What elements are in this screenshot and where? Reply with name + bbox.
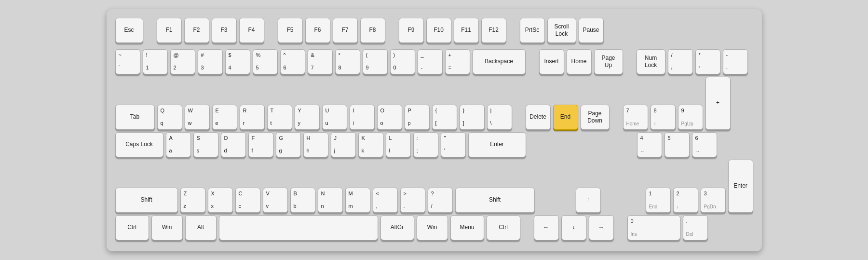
key-8[interactable]: * 8 <box>335 49 360 74</box>
key-numpad-5[interactable]: 5 <box>665 132 690 157</box>
key-w[interactable]: W w <box>185 105 210 130</box>
key-numpad-4[interactable]: 4 ← <box>637 132 662 157</box>
key-m[interactable]: M m <box>345 188 370 213</box>
key-k[interactable]: K k <box>358 132 383 157</box>
key-j[interactable]: J j <box>331 132 356 157</box>
key-u[interactable]: U u <box>322 105 347 130</box>
key-f3[interactable]: F3 <box>212 18 237 43</box>
key-h[interactable]: H h <box>303 132 328 157</box>
key-lbracket[interactable]: { [ <box>432 105 457 130</box>
key-altgr[interactable]: AltGr <box>380 215 414 240</box>
key-win-left[interactable]: Win <box>151 215 183 240</box>
key-x[interactable]: X x <box>208 188 233 213</box>
key-p[interactable]: P p <box>405 105 430 130</box>
key-esc[interactable]: Esc <box>115 18 143 43</box>
key-o[interactable]: O o <box>377 105 402 130</box>
key-menu[interactable]: Menu <box>450 215 484 240</box>
key-shift-right[interactable]: Shift <box>455 188 535 213</box>
key-s[interactable]: S s <box>193 132 218 157</box>
key-numpad-8[interactable]: 8 ↑ <box>651 105 676 130</box>
key-6[interactable]: ^ 6 <box>280 49 305 74</box>
key-c[interactable]: C c <box>235 188 260 213</box>
key-home[interactable]: Home <box>567 49 592 74</box>
key-arrow-up[interactable]: ↑ <box>576 188 601 213</box>
key-numpad-6[interactable]: 6 → <box>692 132 717 157</box>
key-delete[interactable]: Delete <box>526 105 551 130</box>
key-i[interactable]: I i <box>350 105 375 130</box>
key-e[interactable]: E e <box>212 105 237 130</box>
key-numpad-2[interactable]: 2 ↓ <box>673 188 698 213</box>
key-enter[interactable]: Enter <box>468 132 526 157</box>
key-scrolllock[interactable]: ScrollLock <box>547 18 576 43</box>
key-numpad-0[interactable]: 0 Ins <box>627 215 680 240</box>
key-4[interactable]: $ 4 <box>225 49 250 74</box>
key-semicolon[interactable]: : ; <box>413 132 438 157</box>
key-equals[interactable]: + = <box>445 49 470 74</box>
key-a[interactable]: A a <box>166 132 191 157</box>
key-f10[interactable]: F10 <box>426 18 451 43</box>
key-q[interactable]: Q q <box>157 105 182 130</box>
key-1[interactable]: ! 1 <box>143 49 168 74</box>
key-pageup[interactable]: PageUp <box>594 49 623 74</box>
key-win-right[interactable]: Win <box>417 215 448 240</box>
key-slash[interactable]: ? / <box>428 188 453 213</box>
key-l[interactable]: L l <box>386 132 411 157</box>
key-f7[interactable]: F7 <box>333 18 358 43</box>
key-b[interactable]: B b <box>290 188 315 213</box>
key-z[interactable]: Z z <box>180 188 205 213</box>
key-0[interactable]: ) 0 <box>390 49 415 74</box>
key-pause[interactable]: Pause <box>579 18 604 43</box>
key-numpad-multiply[interactable]: * * <box>695 49 720 74</box>
key-tilde[interactable]: ~ ` <box>115 49 140 74</box>
key-rbracket[interactable]: } ] <box>460 105 485 130</box>
key-prtsc[interactable]: PrtSc <box>520 18 545 43</box>
key-numpad-9[interactable]: 9 PgUp <box>678 105 703 130</box>
key-ctrl-left[interactable]: Ctrl <box>115 215 149 240</box>
key-f8[interactable]: F8 <box>360 18 385 43</box>
key-3[interactable]: # 3 <box>198 49 223 74</box>
key-2[interactable]: @ 2 <box>170 49 195 74</box>
key-numpad-7[interactable]: 7 Home <box>623 105 648 130</box>
key-numpad-enter[interactable]: Enter <box>728 160 753 213</box>
key-capslock[interactable]: Caps Lock <box>115 132 163 157</box>
key-v[interactable]: V v <box>263 188 288 213</box>
key-d[interactable]: D d <box>221 132 246 157</box>
key-t[interactable]: T t <box>267 105 292 130</box>
key-period[interactable]: > . <box>400 188 425 213</box>
key-arrow-right[interactable]: → <box>589 215 614 240</box>
key-backspace[interactable]: Backspace <box>473 49 526 74</box>
key-f9[interactable]: F9 <box>399 18 424 43</box>
key-9[interactable]: ( 9 <box>363 49 388 74</box>
key-5[interactable]: % 5 <box>253 49 278 74</box>
key-f1[interactable]: F1 <box>157 18 182 43</box>
key-tab[interactable]: Tab <box>115 105 155 130</box>
key-r[interactable]: R r <box>240 105 265 130</box>
key-shift-left[interactable]: Shift <box>115 188 178 213</box>
key-f[interactable]: F f <box>248 132 273 157</box>
key-g[interactable]: G g <box>276 132 301 157</box>
key-f5[interactable]: F5 <box>278 18 303 43</box>
key-7[interactable]: & 7 <box>308 49 333 74</box>
key-insert[interactable]: Insert <box>539 49 564 74</box>
key-arrow-down[interactable]: ↓ <box>561 215 586 240</box>
key-numpad-plus[interactable]: + <box>705 77 731 130</box>
key-backslash[interactable]: | \ <box>487 105 512 130</box>
key-f2[interactable]: F2 <box>184 18 209 43</box>
key-arrow-left[interactable]: ← <box>534 215 559 240</box>
key-n[interactable]: N n <box>318 188 343 213</box>
key-pagedown[interactable]: PageDown <box>581 105 610 130</box>
key-f12[interactable]: F12 <box>481 18 506 43</box>
key-end[interactable]: End <box>553 105 578 130</box>
key-alt-left[interactable]: Alt <box>185 215 217 240</box>
key-minus[interactable]: _ - <box>418 49 443 74</box>
key-f4[interactable]: F4 <box>239 18 264 43</box>
key-f11[interactable]: F11 <box>454 18 479 43</box>
key-numpad-slash[interactable]: / / <box>668 49 693 74</box>
key-numlock[interactable]: NumLock <box>637 49 665 74</box>
key-space[interactable] <box>219 215 378 240</box>
key-y[interactable]: Y y <box>295 105 320 130</box>
key-numpad-3[interactable]: 3 PgDn <box>701 188 726 213</box>
key-f6[interactable]: F6 <box>305 18 330 43</box>
key-comma[interactable]: < , <box>373 188 398 213</box>
key-quote[interactable]: " ' <box>441 132 466 157</box>
